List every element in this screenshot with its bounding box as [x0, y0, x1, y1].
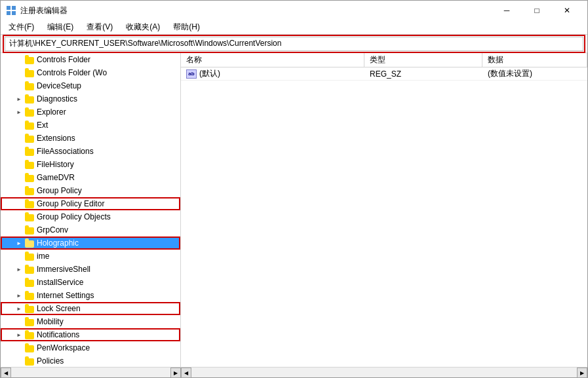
expand-arrow: [14, 356, 24, 366]
scroll-track2[interactable]: [191, 368, 577, 377]
menu-favorites[interactable]: 收藏夹(A): [121, 20, 165, 34]
list-item[interactable]: Group Policy: [1, 184, 180, 197]
folder-icon: [24, 304, 35, 313]
folder-icon: [24, 107, 35, 117]
col-header-type[interactable]: 类型: [364, 53, 482, 67]
cell-data: (数值未设置): [482, 67, 587, 80]
close-button[interactable]: ✕: [552, 1, 582, 20]
list-item[interactable]: Group Policy Objects: [1, 210, 180, 223]
folder-icon: [24, 199, 35, 208]
address-box[interactable]: 计算机\HKEY_CURRENT_USER\Software\Microsoft…: [5, 37, 583, 51]
scroll-left-btn[interactable]: ◀: [1, 368, 11, 378]
expand-arrow: ►: [14, 303, 24, 314]
list-item[interactable]: Group Policy Editor: [1, 197, 180, 210]
svg-rect-0: [7, 6, 10, 10]
table-row[interactable]: ab (默认) REG_SZ (数值未设置): [181, 67, 587, 81]
folder-icon: [24, 212, 35, 221]
expand-arrow: [14, 212, 24, 222]
address-text: 计算机\HKEY_CURRENT_USER\Software\Microsoft…: [9, 38, 281, 49]
list-item-notifications[interactable]: ► Notifications: [1, 328, 180, 341]
list-item[interactable]: ► Internet Settings: [1, 289, 180, 302]
list-item[interactable]: Controls Folder: [1, 53, 180, 66]
folder-icon: [24, 330, 35, 339]
svg-rect-1: [12, 6, 16, 10]
col-header-name[interactable]: 名称: [181, 53, 364, 67]
tree-item-label: InstallService: [37, 278, 180, 287]
list-item[interactable]: ime: [1, 250, 180, 263]
folder-icon: [24, 94, 35, 104]
main-window: 注册表编辑器 ─ □ ✕ 文件(F) 编辑(E) 查看(V) 收藏夹(A) 帮助…: [0, 0, 588, 378]
list-item-holographic[interactable]: ► Holographic: [1, 236, 180, 250]
scroll-track[interactable]: [11, 368, 170, 377]
expand-arrow: ►: [14, 107, 24, 117]
tree-item-label: Policies: [37, 356, 180, 366]
expand-arrow: [14, 81, 24, 91]
folder-icon: [24, 121, 35, 130]
scroll-right-btn2[interactable]: ▶: [577, 368, 587, 378]
tree-pane[interactable]: Controls Folder Controls Folder (Wo Devi…: [1, 53, 181, 367]
expand-arrow: ►: [14, 264, 24, 274]
main-content: Controls Folder Controls Folder (Wo Devi…: [1, 53, 587, 367]
cell-name: ab (默认): [181, 67, 364, 80]
menu-help[interactable]: 帮助(H): [168, 20, 205, 34]
folder-icon: [24, 186, 35, 195]
list-item[interactable]: Policies: [1, 354, 180, 367]
list-item[interactable]: GrpConv: [1, 223, 180, 236]
expand-arrow: [14, 54, 24, 65]
tree-item-label: GameDVR: [37, 173, 180, 182]
tree-item-label: ImmersiveShell: [37, 265, 180, 274]
address-bar: 计算机\HKEY_CURRENT_USER\Software\Microsoft…: [1, 35, 587, 53]
expand-arrow: ►: [14, 94, 24, 104]
expand-arrow: ►: [14, 238, 24, 248]
detail-pane: 名称 类型 数据 ab (默认) REG_SZ (数值未设: [181, 53, 587, 367]
tree-item-label: PenWorkspace: [37, 343, 180, 352]
bottom-scrollbar-area: ◀ ▶ ◀ ▶: [1, 367, 587, 377]
scroll-right-btn[interactable]: ▶: [170, 368, 181, 378]
detail-horizontal-scrollbar[interactable]: ◀ ▶: [181, 368, 587, 377]
menu-file[interactable]: 文件(F): [3, 20, 39, 34]
tree-item-label: ime: [37, 252, 180, 261]
list-item[interactable]: GameDVR: [1, 171, 180, 184]
title-bar: 注册表编辑器 ─ □ ✕: [1, 1, 587, 20]
tree-item-label: Group Policy Objects: [37, 212, 180, 221]
list-item[interactable]: DeviceSetup: [1, 79, 180, 92]
list-item[interactable]: ► Diagnostics: [1, 92, 180, 105]
list-item[interactable]: Ext: [1, 119, 180, 132]
minimize-button[interactable]: ─: [492, 1, 522, 20]
list-item[interactable]: Controls Folder (Wo: [1, 66, 180, 79]
maximize-button[interactable]: □: [522, 1, 552, 20]
svg-rect-2: [7, 11, 10, 15]
list-item[interactable]: InstallService: [1, 276, 180, 289]
list-item[interactable]: FileAssociations: [1, 145, 180, 158]
scroll-left-btn2[interactable]: ◀: [181, 368, 191, 378]
tree-item-label: Notifications: [37, 330, 180, 339]
menu-view[interactable]: 查看(V): [81, 20, 118, 34]
tree-horizontal-scrollbar[interactable]: ◀ ▶: [1, 368, 181, 377]
list-item[interactable]: PenWorkspace: [1, 341, 180, 354]
expand-arrow: ►: [14, 290, 24, 301]
expand-arrow: [14, 343, 24, 353]
window-controls: ─ □ ✕: [492, 1, 582, 20]
app-icon: [6, 5, 16, 16]
list-item-lock-screen[interactable]: ► Lock Screen: [1, 302, 180, 315]
menu-edit[interactable]: 编辑(E): [42, 20, 79, 34]
expand-arrow: [14, 316, 24, 327]
tree-item-label: GrpConv: [37, 225, 180, 235]
expand-arrow: [14, 67, 24, 78]
tree-item-label: Holographic: [37, 238, 180, 248]
menu-bar: 文件(F) 编辑(E) 查看(V) 收藏夹(A) 帮助(H): [1, 20, 587, 35]
list-item[interactable]: FileHistory: [1, 158, 180, 171]
folder-icon: [24, 55, 35, 64]
tree-item-label: Diagnostics: [37, 94, 180, 104]
expand-arrow: [14, 146, 24, 157]
folder-icon: [24, 238, 35, 248]
list-item[interactable]: ► ImmersiveShell: [1, 263, 180, 276]
list-item[interactable]: Extensions: [1, 132, 180, 145]
folder-icon: [24, 147, 35, 156]
list-item[interactable]: ► Explorer: [1, 105, 180, 119]
folder-icon: [24, 343, 35, 352]
svg-rect-3: [12, 11, 16, 15]
expand-arrow: [14, 172, 24, 183]
list-item[interactable]: Mobility: [1, 315, 180, 328]
col-header-data[interactable]: 数据: [482, 53, 587, 67]
